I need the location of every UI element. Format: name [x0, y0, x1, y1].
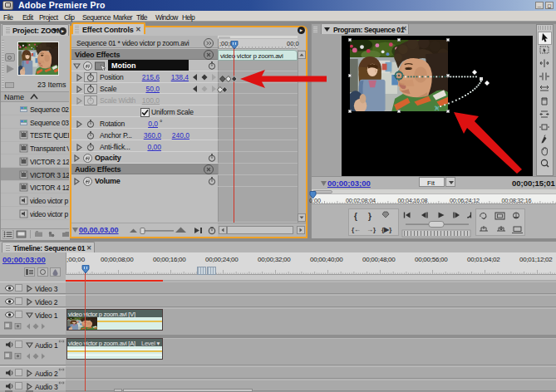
- svg-text:{: {: [354, 212, 357, 221]
- svg-text:{←: {←: [352, 226, 361, 233]
- svg-text:{▶}: {▶}: [381, 226, 391, 233]
- svg-text:→}: →}: [367, 226, 376, 233]
- svg-text:}: }: [368, 212, 371, 221]
